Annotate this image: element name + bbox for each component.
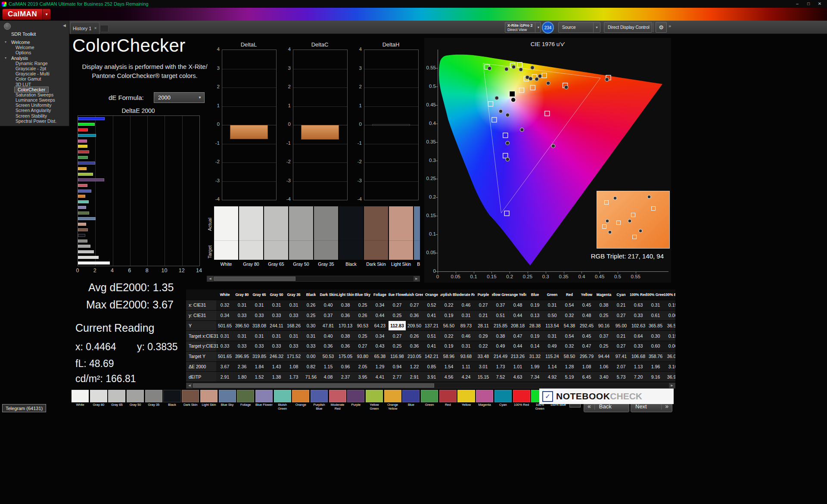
scroll-left-icon[interactable]: ◀: [207, 276, 213, 281]
table-row-deitp: dEITP2.911.801.521.381.7371.564.082.373.…: [186, 372, 675, 382]
grid-line: [364, 181, 418, 182]
table-cell: 113.54: [544, 321, 561, 331]
chevron-down-icon[interactable]: ▼: [593, 22, 600, 32]
meter-dropdown[interactable]: X-Rite i1Pro 2 Direct View ▼: [505, 22, 541, 33]
table-row-y: Y501.65396.50318.08244.11168.260.3047.81…: [186, 321, 675, 331]
close-button[interactable]: ✕: [814, 0, 825, 8]
sidebar-collapse-icon[interactable]: ◀: [63, 23, 66, 28]
axis-tick-label: 14: [194, 268, 204, 274]
sidebar-item-options[interactable]: Options: [0, 50, 69, 55]
patch-color: [439, 390, 457, 402]
table-cell: 93.68: [457, 352, 475, 361]
new-tab-button[interactable]: [100, 25, 109, 31]
deltae-xlabels: 02468101214: [78, 268, 199, 274]
tab-close-icon[interactable]: ✕: [94, 26, 97, 30]
patch-tile-light-skin: Light Skin: [389, 206, 413, 267]
scrollbar-thumb[interactable]: [193, 383, 434, 388]
logo-menu-arrow-icon[interactable]: ▼: [43, 9, 51, 20]
patch-label: Purple: [347, 402, 364, 407]
toolbar-collapse-icon[interactable]: »: [668, 23, 671, 28]
grid-line: [364, 69, 418, 69]
current-target-point: [510, 91, 515, 97]
de-formula-select[interactable]: 2000 ▼: [154, 92, 205, 103]
axis-tick-label: 3: [279, 65, 291, 71]
source-dropdown[interactable]: Source ▼: [558, 22, 600, 33]
sidebar-item-saturation-sweeps[interactable]: Saturation Sweeps: [0, 92, 69, 97]
table-cell: 358.76: [647, 352, 664, 361]
sidebar-item-screen-uniformity[interactable]: Screen Uniformity: [0, 103, 69, 108]
swatch-strip-scrollbar[interactable]: ◀ ▶: [207, 276, 420, 282]
table-cell: 0.32: [216, 300, 233, 310]
meter-count-badge[interactable]: 234: [542, 22, 554, 34]
table-cell: 0.46: [457, 300, 475, 310]
scrollbar-thumb[interactable]: [214, 277, 295, 281]
table-cell: 0.63: [630, 300, 647, 310]
table-cell: 2.77: [389, 372, 406, 382]
axis-tick: [435, 68, 438, 68]
settings-button[interactable]: ⚙: [656, 22, 667, 33]
sidebar-item-screen-stability[interactable]: Screen Stability: [0, 113, 69, 118]
sidebar-nav-button[interactable]: [4, 23, 11, 30]
chevron-down-icon[interactable]: ▼: [535, 22, 542, 32]
table-cell: 1.15: [320, 362, 337, 372]
axis-tick-label: 0.05: [450, 274, 461, 279]
table-cell: 0.32: [561, 341, 578, 351]
telegram-taskbar-chip[interactable]: Telegram (64131): [2, 404, 46, 412]
sidebar-section-analysis[interactable]: Analysis: [0, 56, 69, 61]
bottom-patch-foliage: Foliage: [237, 390, 254, 411]
table-cell: 0.47: [578, 341, 595, 351]
table-cell: 1.80: [233, 372, 251, 382]
table-cell: 0.33: [233, 311, 251, 320]
table-scrollbar[interactable]: ◀ ▶: [186, 383, 675, 389]
sidebar-section-welcome[interactable]: Welcome: [0, 40, 69, 45]
patch-color: [389, 206, 413, 260]
scroll-left-icon[interactable]: ◀: [187, 383, 193, 388]
table-cell: 501.65: [216, 352, 233, 361]
axis-tick-label: 4: [108, 268, 117, 274]
sidebar-item-grayscale-multi[interactable]: Grayscale - Multi: [0, 71, 69, 76]
scroll-right-icon[interactable]: ▶: [414, 276, 420, 281]
sidebar-item-color-gamut[interactable]: Color Gamut: [0, 76, 69, 81]
bottom-patch-orange-yellow: Orange Yellow: [384, 390, 401, 411]
table-row-target-y-cie31: Target y:CIE310.330.330.330.330.330.330.…: [186, 341, 675, 352]
sidebar-item-screen-angularity[interactable]: Screen Angularity: [0, 108, 69, 113]
deltal-chart: DeltaL 43210-1-2-3-4: [207, 41, 277, 205]
scroll-right-icon[interactable]: ▶: [669, 383, 675, 388]
measured-point: [499, 109, 503, 113]
table-cell: 0.21: [612, 300, 630, 310]
sidebar-item-welcome[interactable]: Welcome: [0, 45, 69, 50]
measured-point: [605, 78, 609, 81]
sidebar-item-grayscale-2pt[interactable]: Grayscale - 2pt: [0, 66, 69, 71]
deltac-plot: [293, 50, 348, 200]
sidebar-item-luminance-sweeps[interactable]: Luminance Sweeps: [0, 97, 69, 103]
table-cell: 0.37: [595, 331, 612, 341]
table-row-target-x-cie31: Target x:CIE310.310.310.310.310.310.310.…: [186, 331, 675, 341]
axis-tick: [435, 179, 438, 179]
table-cell: 0.31: [457, 311, 475, 320]
calman-logo[interactable]: CalMAN ▼: [2, 9, 51, 20]
bottom-patch-gray-50: Gray 50: [127, 390, 144, 411]
display-control-dropdown[interactable]: Direct Display Control ▼: [604, 22, 652, 33]
minimize-button[interactable]: –: [792, 0, 803, 8]
table-cell: 97.41: [612, 352, 630, 361]
table-cell: 28.38: [526, 321, 544, 331]
measured-point: [551, 144, 555, 148]
sidebar-item-3d-lut[interactable]: 3D LUT: [0, 82, 69, 87]
patch-label: Light Skin: [200, 402, 218, 407]
tab-history-1[interactable]: History 1 ✕: [70, 22, 99, 34]
axis-tick: [474, 271, 474, 274]
row-label: y: CIE31: [186, 311, 216, 320]
axis-tick: [564, 271, 564, 274]
maximize-button[interactable]: □: [803, 0, 814, 8]
table-cell: 28.11: [475, 321, 492, 331]
table-cell: 396.95: [233, 352, 251, 361]
bottom-patch-yellow-green: Yellow Green: [366, 390, 383, 411]
sidebar-item-spectral-power-dist[interactable]: Spectral Power Dist.: [0, 118, 69, 124]
de-bar-red: [78, 150, 89, 153]
sidebar-item-colorchecker[interactable]: ColorChecker: [15, 87, 48, 92]
de-formula-label: dE Formula:: [109, 94, 144, 101]
gear-icon: ⚙: [659, 24, 664, 31]
sidebar-item-dynamic-range[interactable]: Dynamic Range: [0, 61, 69, 66]
cie-panel: CIE 1976 u'v' RGB Triplet: 217, 140, 94 …: [424, 38, 671, 283]
bottom-patch-gray-65: Gray 65: [108, 390, 125, 411]
